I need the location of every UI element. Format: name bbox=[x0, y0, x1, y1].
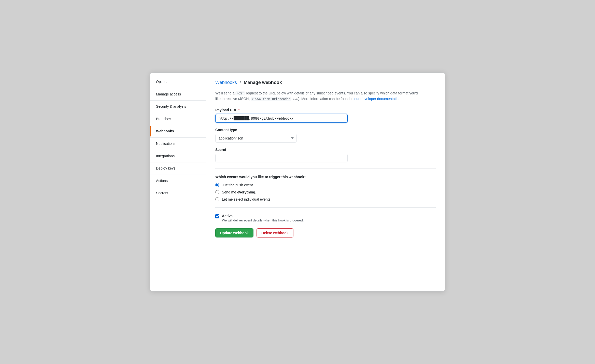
sidebar-divider-4 bbox=[150, 125, 206, 125]
breadcrumb: Webhooks / Manage webhook bbox=[215, 80, 436, 85]
button-row: Update webhook Delete webhook bbox=[215, 228, 436, 237]
active-checkbox[interactable] bbox=[215, 214, 219, 218]
events-radio-group: Just the push event. Send me everything.… bbox=[215, 183, 436, 201]
event-individual-item[interactable]: Let me select individual events. bbox=[215, 197, 436, 201]
sidebar-divider-8 bbox=[150, 175, 206, 175]
event-everything-label: Send me everything. bbox=[222, 190, 256, 194]
developer-docs-link[interactable]: our developer documentation bbox=[354, 97, 400, 101]
update-webhook-button[interactable]: Update webhook bbox=[215, 228, 253, 237]
form-encoded-code: x-www-form-urlencoded bbox=[251, 97, 291, 101]
active-description: We will deliver event details when this … bbox=[222, 218, 304, 222]
content-type-select[interactable]: application/json application/x-www-form-… bbox=[215, 134, 297, 143]
sidebar-divider-9 bbox=[150, 187, 206, 187]
payload-url-group: Payload URL* bbox=[215, 108, 436, 123]
sidebar-item-webhooks[interactable]: Webhooks bbox=[150, 126, 206, 136]
etc-text: etc bbox=[293, 97, 298, 101]
required-indicator: * bbox=[238, 108, 239, 112]
secret-label: Secret bbox=[215, 148, 436, 152]
active-label-block: Active We will deliver event details whe… bbox=[222, 214, 304, 222]
breadcrumb-current: Manage webhook bbox=[244, 80, 282, 85]
secret-input[interactable] bbox=[215, 154, 348, 162]
sidebar-item-notifications[interactable]: Notifications bbox=[150, 139, 206, 149]
sidebar-item-secrets[interactable]: Secrets bbox=[150, 188, 206, 198]
sidebar-divider-6 bbox=[150, 150, 206, 150]
sidebar-item-manage-access[interactable]: Manage access bbox=[150, 89, 206, 100]
active-section: Active We will deliver event details whe… bbox=[215, 214, 436, 222]
delete-webhook-button[interactable]: Delete webhook bbox=[257, 228, 293, 237]
content-type-label: Content type bbox=[215, 128, 436, 132]
payload-url-input[interactable] bbox=[215, 114, 348, 123]
events-question: Which events would you like to trigger t… bbox=[215, 175, 436, 179]
content-type-group: Content type application/json applicatio… bbox=[215, 128, 436, 143]
sidebar-item-actions[interactable]: Actions bbox=[150, 176, 206, 186]
event-push-item[interactable]: Just the push event. bbox=[215, 183, 436, 187]
breadcrumb-parent-link[interactable]: Webhooks bbox=[215, 80, 237, 85]
event-everything-radio[interactable] bbox=[215, 190, 219, 194]
description-text: We'll send a POST request to the URL bel… bbox=[215, 90, 424, 102]
events-group: Which events would you like to trigger t… bbox=[215, 175, 436, 201]
divider-2 bbox=[215, 207, 436, 208]
sidebar-item-security-analysis[interactable]: Security & analysis bbox=[150, 102, 206, 112]
event-individual-radio[interactable] bbox=[215, 197, 219, 201]
payload-url-label: Payload URL* bbox=[215, 108, 436, 112]
event-push-radio[interactable] bbox=[215, 183, 219, 187]
sidebar-item-options[interactable]: Options bbox=[150, 77, 206, 87]
breadcrumb-separator: / bbox=[240, 80, 241, 85]
sidebar-divider-1 bbox=[150, 88, 206, 88]
sidebar-divider-3 bbox=[150, 113, 206, 113]
sidebar-divider-2 bbox=[150, 100, 206, 101]
event-individual-label: Let me select individual events. bbox=[222, 197, 272, 201]
sidebar-item-branches[interactable]: Branches bbox=[150, 114, 206, 124]
sidebar-divider-7 bbox=[150, 162, 206, 162]
event-push-label: Just the push event. bbox=[222, 183, 254, 187]
sidebar-divider-5 bbox=[150, 137, 206, 138]
secret-group: Secret bbox=[215, 148, 436, 162]
active-title: Active bbox=[222, 214, 233, 218]
sidebar: Options Manage access Security & analysi… bbox=[150, 73, 206, 291]
main-content: Webhooks / Manage webhook We'll send a P… bbox=[206, 73, 445, 291]
post-code: POST bbox=[235, 91, 245, 95]
sidebar-item-integrations[interactable]: Integrations bbox=[150, 151, 206, 161]
active-checkbox-item[interactable]: Active We will deliver event details whe… bbox=[215, 214, 436, 222]
sidebar-item-deploy-keys[interactable]: Deploy keys bbox=[150, 163, 206, 174]
divider bbox=[215, 169, 436, 169]
event-everything-item[interactable]: Send me everything. bbox=[215, 190, 436, 194]
app-window: Options Manage access Security & analysi… bbox=[150, 73, 445, 291]
